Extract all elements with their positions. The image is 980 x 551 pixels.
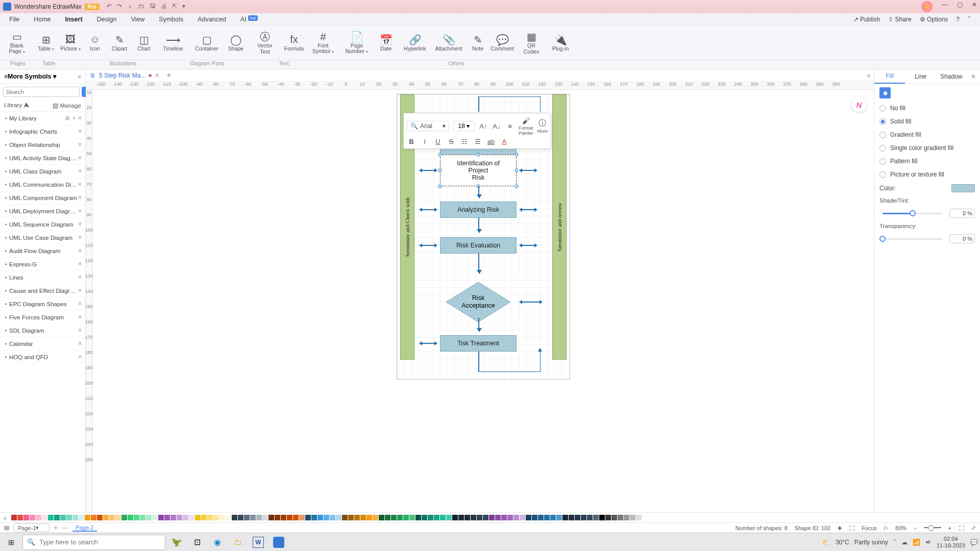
align-icon[interactable]: ≡ (505, 122, 514, 130)
palette-swatch[interactable] (495, 515, 501, 520)
format-painter-button[interactable]: 🖌Format Painter (519, 116, 533, 136)
palette-swatch[interactable] (66, 515, 72, 520)
edge-icon[interactable]: ◉ (208, 535, 227, 550)
palette-swatch[interactable] (440, 515, 446, 520)
symbol-category-row[interactable]: ▸UML Component Diagram✕ (0, 191, 85, 205)
presentation-icon[interactable]: ▷ (884, 524, 888, 531)
palette-swatch[interactable] (238, 515, 243, 520)
palette-swatch[interactable] (581, 515, 586, 520)
decrease-font-icon[interactable]: A↓ (492, 122, 501, 130)
palette-swatch[interactable] (244, 515, 250, 520)
fill-option-none[interactable]: No fill (874, 102, 980, 115)
palette-swatch[interactable] (134, 515, 139, 520)
undo-icon[interactable]: ↶ (107, 3, 112, 11)
menu-view[interactable]: View (131, 16, 144, 23)
word-icon[interactable]: W (249, 535, 267, 550)
symbol-category-row[interactable]: ▸UML Activity State Diagram✕ (0, 152, 85, 165)
qat-more-icon[interactable]: ▾ (182, 3, 185, 11)
palette-swatch[interactable] (409, 515, 415, 520)
ribbon-container[interactable]: ▢Container (190, 26, 224, 60)
symbol-category-row[interactable]: ▸Calendar✕ (0, 337, 85, 350)
palette-swatch[interactable] (262, 515, 268, 520)
taskbar-thumbnail[interactable]: 🦖 (167, 535, 186, 550)
palette-swatch[interactable] (550, 515, 556, 520)
page-list-icon[interactable]: ▤ (4, 524, 9, 531)
shade-slider[interactable] (883, 213, 942, 214)
palette-swatch[interactable] (85, 515, 90, 520)
category-close-icon[interactable]: ✕ (78, 327, 82, 334)
palette-swatch[interactable] (128, 515, 133, 520)
numbered-list-icon[interactable]: ☷ (460, 138, 469, 145)
more-button[interactable]: ⓘMore (537, 118, 548, 134)
palette-swatch[interactable] (483, 515, 488, 520)
fullscreen-icon[interactable]: ⤢ (971, 524, 976, 531)
increase-font-icon[interactable]: A↑ (479, 122, 488, 130)
add-document-tab[interactable]: ＋ (165, 70, 173, 81)
category-close-icon[interactable]: ✕ (78, 287, 82, 294)
fill-option-picture[interactable]: Picture or texture fill (874, 168, 980, 181)
doc-tab-close-icon[interactable]: ✕ (155, 72, 160, 79)
palette-swatch[interactable] (42, 515, 47, 520)
flow-diamond-acceptance[interactable]: Risk Acceptance (442, 286, 514, 318)
zoom-level[interactable]: 80% (895, 525, 906, 531)
ribbon-shape[interactable]: ◯Shape (224, 26, 248, 60)
palette-swatch[interactable] (324, 515, 329, 520)
layers-icon[interactable]: ◈ (838, 524, 842, 531)
palette-swatch[interactable] (152, 515, 158, 520)
palette-swatch[interactable] (207, 515, 213, 520)
collapse-ribbon-icon[interactable]: ˄ (968, 16, 971, 23)
palette-swatch[interactable] (532, 515, 537, 520)
font-size-select[interactable]: 18 ▾ (453, 121, 475, 131)
palette-swatch[interactable] (268, 515, 274, 520)
edrawmax-taskbar-icon[interactable] (270, 535, 288, 550)
close-window-button[interactable]: ✕ (972, 1, 977, 12)
new-icon[interactable]: ＋ (127, 3, 133, 11)
palette-swatch[interactable] (569, 515, 574, 520)
palette-swatch[interactable] (403, 515, 409, 520)
palette-swatch[interactable] (140, 515, 145, 520)
palette-swatch[interactable] (281, 515, 286, 520)
onedrive-icon[interactable]: ☁ (901, 539, 908, 546)
tray-chevron-icon[interactable]: ˄ (893, 539, 896, 546)
library-link[interactable]: Library ⮝ (4, 102, 30, 109)
symbol-category-row[interactable]: ▸EPC Diagram Shapes✕ (0, 297, 85, 311)
palette-swatch[interactable] (471, 515, 476, 520)
weather-icon[interactable]: ⛅ (822, 538, 830, 546)
right-column[interactable]: Serutinize and review (552, 94, 567, 360)
category-close-icon[interactable]: ✕ (78, 208, 82, 214)
manage-link[interactable]: ▤ Manage (53, 102, 81, 109)
palette-swatch[interactable] (317, 515, 323, 520)
ribbon-blank-page[interactable]: ▭BlankPage ▾ (0, 26, 34, 60)
save-icon[interactable]: 🖫 (150, 3, 156, 11)
category-close-icon[interactable]: ✕ (78, 234, 82, 241)
minimize-button[interactable]: — (942, 1, 948, 12)
palette-swatch[interactable] (636, 515, 642, 520)
publish-button[interactable]: ↗ Publish (853, 16, 880, 23)
font-family-select[interactable]: 🔍 Arial▾ (407, 121, 449, 131)
underline-icon[interactable]: U (433, 138, 443, 145)
palette-swatch[interactable] (170, 515, 176, 520)
page-tab[interactable]: Page-1 (72, 524, 96, 532)
fill-option-pattern[interactable]: Pattern fill (874, 155, 980, 168)
category-close-icon[interactable]: ✕ (78, 340, 82, 347)
menu-home[interactable]: Home (34, 16, 51, 23)
symbol-category-row[interactable]: ▸Lines✕ (0, 271, 85, 284)
fill-option-solid[interactable]: Solid fill (874, 115, 980, 128)
symbol-category-row[interactable]: ▸HOQ and QFD✕ (0, 350, 85, 364)
ribbon-icon[interactable]: ☺Icon (83, 26, 107, 60)
palette-swatch[interactable] (458, 515, 464, 520)
bullet-list-icon[interactable]: ☰ (473, 138, 482, 145)
palette-swatch[interactable] (556, 515, 562, 520)
palette-swatch[interactable] (513, 515, 519, 520)
menu-design[interactable]: Design (97, 16, 117, 23)
user-avatar[interactable] (921, 1, 933, 12)
ribbon-qr-codes[interactable]: ▦QRCodes (514, 26, 548, 60)
options-button[interactable]: ⚙ Options (920, 16, 948, 23)
flow-box-evaluation[interactable]: Risk Evaluation (440, 237, 517, 254)
redo-icon[interactable]: ↷ (117, 3, 122, 11)
palette-swatch[interactable] (360, 515, 366, 520)
palette-swatch[interactable] (115, 515, 121, 520)
palette-swatch[interactable] (30, 515, 35, 520)
highlight-icon[interactable]: ab (486, 138, 496, 145)
palette-swatch[interactable] (305, 515, 311, 520)
